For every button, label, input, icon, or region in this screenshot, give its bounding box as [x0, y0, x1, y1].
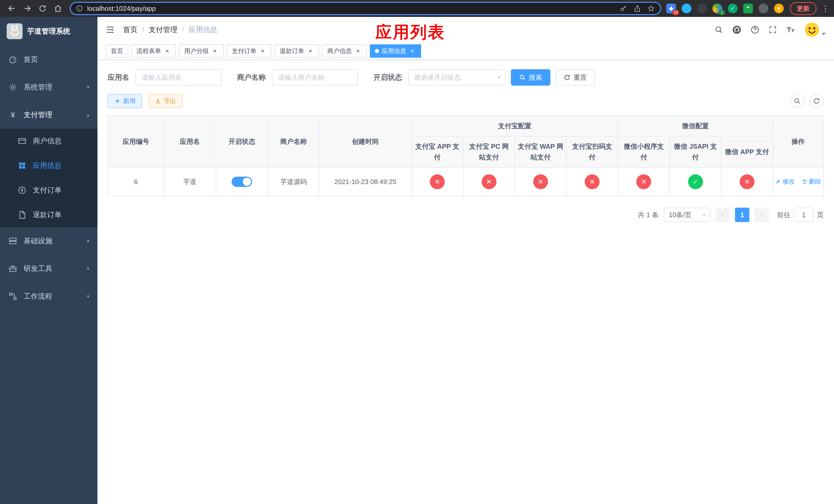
tab-label: 退款订单 — [280, 47, 304, 55]
search-form: 应用名 商户名称 开启状态 请选择开启状态 ▾ 搜索 重置 — [108, 69, 824, 86]
page-size-select[interactable]: 10条/页 ▾ — [664, 208, 710, 222]
sidebar-item-label: 研发工具 — [24, 264, 52, 274]
reset-button[interactable]: 重置 — [555, 69, 595, 86]
page-number-button[interactable]: 1 — [735, 208, 749, 222]
add-button[interactable]: 新增 — [108, 94, 142, 108]
extension-icon-5[interactable]: ✓ — [728, 4, 738, 13]
home-button[interactable] — [51, 2, 65, 15]
gear-icon — [8, 83, 18, 92]
tab-close-icon[interactable]: × — [307, 47, 314, 54]
tab-user-group[interactable]: 用户分组× — [179, 44, 224, 58]
search-button[interactable]: 搜索 — [511, 69, 550, 86]
question-circle-icon — [750, 25, 760, 35]
user-menu[interactable] — [804, 22, 826, 38]
tab-payment-order[interactable]: 支付订单× — [227, 44, 271, 58]
github-button[interactable] — [732, 25, 742, 35]
edit-link[interactable]: 修改 — [775, 177, 795, 186]
merchant-name-input[interactable] — [272, 69, 358, 86]
extension-icon-2[interactable] — [682, 4, 692, 13]
sidebar-item-app-info[interactable]: 应用信息 — [0, 153, 97, 178]
alipay-qr-status-icon: ✕ — [585, 174, 599, 189]
tab-process-form[interactable]: 流程表单× — [131, 44, 176, 58]
extension-glyph — [697, 4, 707, 13]
browser-update-button[interactable]: 更新 — [790, 2, 816, 15]
share-icon[interactable] — [633, 5, 641, 12]
col-group-wechat: 微信配置 — [618, 116, 773, 136]
font-size-button[interactable] — [786, 25, 795, 35]
tab-merchant-info[interactable]: 商户信息× — [322, 44, 367, 58]
back-button[interactable] — [5, 2, 19, 15]
payment-submenu: 商户信息 应用信息 支付订单 退款订单 — [0, 129, 97, 227]
sidebar-item-home[interactable]: 首页 — [0, 46, 97, 73]
col-header-alipay-qr: 支付宝扫码支付 — [566, 136, 618, 167]
browser-menu-button[interactable]: ⋮ — [822, 4, 829, 13]
font-size-icon — [786, 25, 795, 35]
tab-refund-order[interactable]: 退款订单× — [275, 44, 319, 58]
url-text[interactable]: localhost:1024/pay/app — [87, 5, 156, 13]
breadcrumb-section[interactable]: 支付管理 — [149, 25, 177, 35]
sidebar-item-infrastructure[interactable]: 基础设施 ▾ — [0, 227, 97, 255]
wechat-mini-status-icon: ✕ — [636, 174, 651, 189]
tab-close-icon[interactable]: × — [259, 47, 266, 54]
header-search-button[interactable] — [715, 25, 723, 34]
address-bar[interactable]: localhost:1024/pay/app — [70, 2, 661, 15]
sidebar-item-devtools[interactable]: 研发工具 ▾ — [0, 255, 97, 282]
tab-close-icon[interactable]: × — [409, 47, 416, 54]
tab-app-info[interactable]: 应用信息× — [370, 44, 421, 58]
yen-icon: ¥ — [8, 111, 18, 119]
tab-close-icon[interactable]: × — [354, 47, 361, 54]
extension-icon-4[interactable]: 1 — [712, 4, 722, 13]
sidebar-item-payment-orders[interactable]: 支付订单 — [0, 178, 97, 203]
extension-icon-6[interactable]: ❝ — [743, 4, 753, 13]
extension-badge: 1 — [719, 10, 725, 15]
col-header-alipay-wap: 支付宝 WAP 网站支付 — [515, 136, 566, 167]
export-button[interactable]: 导出 — [148, 94, 182, 108]
forward-button[interactable] — [21, 2, 34, 15]
refresh-table-button[interactable] — [809, 94, 824, 108]
tab-close-icon[interactable]: × — [163, 47, 171, 54]
sidebar-item-refund-orders[interactable]: 退款订单 — [0, 203, 97, 227]
plus-icon — [114, 98, 120, 104]
toggle-search-button[interactable] — [790, 94, 804, 108]
extension-icon-1[interactable]: ◆ 10 — [666, 4, 676, 13]
pagination: 共 1 条 10条/页 ▾ ‹ 1 › 前往 页 — [108, 208, 824, 222]
sidebar-item-payment[interactable]: ¥ 支付管理 ▴ — [0, 101, 97, 129]
extension-icon-7[interactable] — [759, 4, 768, 13]
help-button[interactable] — [750, 25, 760, 35]
site-info-icon[interactable] — [76, 5, 83, 12]
sidebar-item-label: 基础设施 — [24, 236, 52, 246]
sidebar-item-workflow[interactable]: 工作流程 ▾ — [0, 282, 97, 310]
breadcrumb-home[interactable]: 首页 — [123, 25, 137, 35]
delete-link[interactable]: 删除 — [802, 177, 821, 186]
goto-page-input[interactable] — [793, 208, 814, 222]
tab-label: 首页 — [111, 47, 123, 55]
bookmark-star-icon[interactable] — [647, 5, 655, 12]
fullscreen-button[interactable] — [768, 25, 777, 34]
delete-link-label: 删除 — [809, 177, 821, 186]
sidebar-item-merchant-info[interactable]: 商户信息 — [0, 129, 97, 153]
sidebar-collapse-button[interactable] — [106, 25, 115, 35]
extension-icon-8[interactable]: ᴥ — [774, 4, 784, 13]
cell-merchant: 芋道源码 — [268, 167, 319, 196]
password-key-icon[interactable] — [620, 5, 627, 12]
tab-close-icon[interactable]: × — [211, 47, 219, 54]
app-logo-link[interactable]: 芋道管理系统 — [0, 17, 97, 46]
github-icon — [732, 25, 742, 35]
status-select[interactable]: 请选择开启状态 ▾ — [408, 69, 506, 86]
prev-page-button[interactable]: ‹ — [716, 208, 730, 222]
next-page-button[interactable]: › — [754, 208, 769, 222]
tab-label: 流程表单 — [136, 47, 161, 55]
reload-button[interactable] — [36, 2, 49, 15]
tab-home[interactable]: 首页 — [106, 44, 128, 58]
app-name-label: 应用名 — [108, 72, 129, 82]
navbar-actions — [715, 22, 826, 38]
page-content: 应用名 商户名称 开启状态 请选择开启状态 ▾ 搜索 重置 — [97, 60, 834, 504]
app-name-input[interactable] — [135, 69, 222, 86]
goto-page: 前往 页 — [777, 208, 824, 222]
edit-link-label: 修改 — [783, 177, 795, 186]
refund-doc-icon — [18, 210, 27, 219]
col-header-actions: 操作 — [773, 116, 824, 167]
extension-icon-3[interactable] — [697, 4, 707, 13]
status-toggle[interactable] — [232, 177, 252, 187]
sidebar-item-system[interactable]: 系统管理 ▾ — [0, 73, 97, 101]
